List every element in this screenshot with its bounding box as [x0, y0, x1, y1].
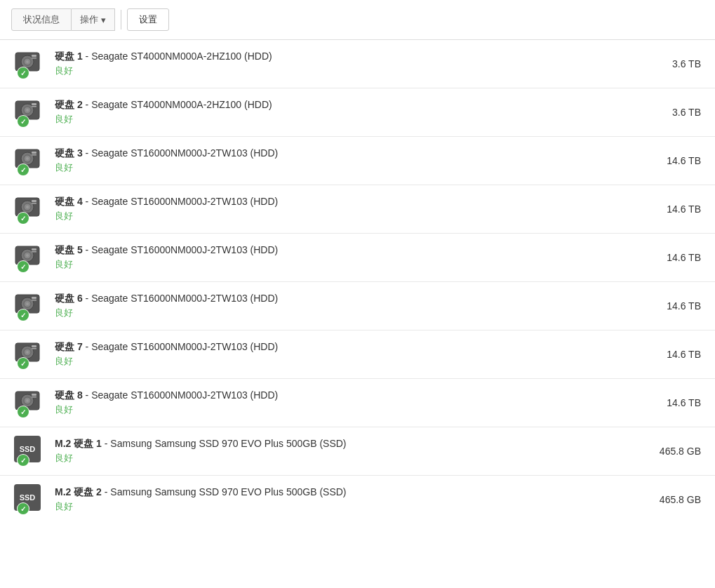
disk-status: 良好: [55, 500, 646, 513]
disk-label: 硬盘 2: [55, 99, 83, 110]
disk-size: 14.6 TB: [653, 300, 701, 312]
disk-name: 硬盘 1 - Seagate ST4000NM000A-2HZ100 (HDD): [55, 51, 658, 63]
status-check: ✓: [17, 212, 29, 225]
svg-rect-17: [32, 154, 36, 156]
check-circle-icon: ✓: [18, 503, 29, 514]
check-circle-icon: ✓: [18, 164, 29, 175]
disk-name: 硬盘 3 - Seagate ST16000NM000J-2TW103 (HDD…: [55, 147, 653, 160]
disk-info: M.2 硬盘 2 - Samsung Samsung SSD 970 EVO P…: [55, 486, 646, 513]
disk-model: Seagate ST16000NM000J-2TW103 (HDD): [91, 341, 278, 352]
svg-rect-22: [32, 200, 36, 202]
svg-point-15: [26, 157, 29, 160]
svg-point-33: [26, 302, 29, 305]
disk-name: M.2 硬盘 2 - Samsung Samsung SSD 970 EVO P…: [55, 486, 646, 499]
status-check: ✓: [17, 357, 29, 370]
check-circle-icon: ✓: [18, 358, 29, 369]
disk-item[interactable]: ✓ 硬盘 4 - Seagate ST16000NM000J-2TW103 (H…: [0, 185, 715, 234]
check-circle-icon: ✓: [18, 67, 29, 79]
dropdown-arrow-icon: ▾: [101, 15, 106, 25]
disk-label: 硬盘 3: [55, 147, 83, 159]
disk-model: Seagate ST16000NM000J-2TW103 (HDD): [91, 196, 278, 207]
disk-icon-wrapper: ✓: [14, 242, 45, 273]
disk-size: 14.6 TB: [653, 155, 701, 166]
check-circle-icon: ✓: [18, 213, 29, 224]
disk-item[interactable]: ✓ 硬盘 7 - Seagate ST16000NM000J-2TW103 (H…: [0, 330, 715, 379]
toolbar: 状况信息 操作 ▾ 设置: [0, 0, 715, 40]
disk-icon-wrapper: ✓: [14, 339, 45, 370]
disk-status: 良好: [55, 210, 653, 222]
disk-size: 14.6 TB: [653, 397, 701, 408]
disk-name: 硬盘 6 - Seagate ST16000NM000J-2TW103 (HDD…: [55, 293, 653, 305]
disk-status: 良好: [55, 258, 653, 271]
disk-name: 硬盘 8 - Seagate ST16000NM000J-2TW103 (HDD…: [55, 389, 653, 402]
status-check: ✓: [17, 502, 29, 515]
svg-rect-47: [32, 396, 36, 398]
disk-label: 硬盘 6: [55, 293, 83, 304]
toolbar-divider: [121, 10, 121, 29]
disk-status: 良好: [55, 403, 653, 416]
disk-info: 硬盘 6 - Seagate ST16000NM000J-2TW103 (HDD…: [55, 293, 653, 319]
disk-label: M.2 硬盘 2: [55, 486, 102, 497]
disk-size: 14.6 TB: [653, 203, 701, 215]
svg-rect-23: [32, 203, 36, 204]
disk-info: 硬盘 3 - Seagate ST16000NM000J-2TW103 (HDD…: [55, 147, 653, 174]
disk-item[interactable]: ✓ 硬盘 6 - Seagate ST16000NM000J-2TW103 (H…: [0, 282, 715, 330]
disk-label: M.2 硬盘 1: [55, 438, 102, 449]
disk-info: 硬盘 7 - Seagate ST16000NM000J-2TW103 (HDD…: [55, 341, 653, 368]
disk-icon-wrapper: ✓: [14, 97, 45, 128]
disk-info: M.2 硬盘 1 - Samsung Samsung SSD 970 EVO P…: [55, 438, 646, 465]
disk-item[interactable]: SSD ✓ M.2 硬盘 2 - Samsung Samsung SSD 970…: [0, 476, 715, 523]
svg-rect-35: [32, 300, 36, 301]
disk-model: Seagate ST16000NM000J-2TW103 (HDD): [91, 389, 278, 401]
check-circle-icon: ✓: [18, 309, 29, 321]
disk-item[interactable]: ✓ 硬盘 2 - Seagate ST4000NM000A-2HZ100 (HD…: [0, 88, 715, 137]
disk-icon-wrapper: ✓: [14, 194, 45, 225]
disk-icon-wrapper: ✓: [14, 48, 45, 79]
disk-name: 硬盘 5 - Seagate ST16000NM000J-2TW103 (HDD…: [55, 244, 653, 257]
disk-size: 14.6 TB: [653, 349, 701, 360]
disk-model: Samsung Samsung SSD 970 EVO Plus 500GB (…: [110, 486, 346, 497]
svg-point-3: [26, 60, 29, 63]
disk-item[interactable]: ✓ 硬盘 1 - Seagate ST4000NM000A-2HZ100 (HD…: [0, 40, 715, 88]
disk-info: 硬盘 8 - Seagate ST16000NM000J-2TW103 (HDD…: [55, 389, 653, 416]
status-check: ✓: [17, 406, 29, 418]
svg-point-45: [26, 399, 29, 402]
svg-rect-34: [32, 297, 36, 299]
disk-status: 良好: [55, 161, 653, 174]
disk-item[interactable]: SSD ✓ M.2 硬盘 1 - Samsung Samsung SSD 970…: [0, 427, 715, 476]
settings-button[interactable]: 设置: [127, 8, 169, 31]
disk-info: 硬盘 1 - Seagate ST4000NM000A-2HZ100 (HDD)…: [55, 51, 658, 77]
svg-rect-5: [32, 58, 36, 59]
disk-label: 硬盘 4: [55, 196, 83, 207]
disk-size: 465.8 GB: [646, 446, 701, 457]
disk-name: 硬盘 2 - Seagate ST4000NM000A-2HZ100 (HDD): [55, 99, 658, 112]
disk-model: Seagate ST16000NM000J-2TW103 (HDD): [91, 147, 278, 159]
disk-model: Seagate ST4000NM000A-2HZ100 (HDD): [91, 99, 272, 110]
disk-item[interactable]: ✓ 硬盘 3 - Seagate ST16000NM000J-2TW103 (H…: [0, 137, 715, 185]
disk-status: 良好: [55, 307, 653, 319]
action-label: 操作: [80, 13, 98, 26]
svg-rect-29: [32, 251, 36, 253]
disk-size: 465.8 GB: [646, 494, 701, 505]
disk-size: 3.6 TB: [658, 107, 701, 118]
svg-rect-46: [32, 394, 36, 396]
action-button[interactable]: 操作 ▾: [72, 8, 115, 31]
disk-name: 硬盘 4 - Seagate ST16000NM000J-2TW103 (HDD…: [55, 196, 653, 208]
svg-point-27: [26, 254, 29, 257]
disk-label: 硬盘 7: [55, 341, 83, 352]
disk-info: 硬盘 2 - Seagate ST4000NM000A-2HZ100 (HDD)…: [55, 99, 658, 126]
disk-label: 硬盘 8: [55, 389, 83, 401]
disk-label: 硬盘 5: [55, 244, 83, 255]
status-check: ✓: [17, 309, 29, 321]
disk-item[interactable]: ✓ 硬盘 5 - Seagate ST16000NM000J-2TW103 (H…: [0, 234, 715, 282]
disk-name: 硬盘 7 - Seagate ST16000NM000J-2TW103 (HDD…: [55, 341, 653, 354]
disk-status: 良好: [55, 452, 646, 465]
status-check: ✓: [17, 454, 29, 467]
disk-item[interactable]: ✓ 硬盘 8 - Seagate ST16000NM000J-2TW103 (H…: [0, 379, 715, 427]
disk-status: 良好: [55, 355, 653, 368]
status-button[interactable]: 状况信息: [11, 8, 72, 31]
disk-size: 14.6 TB: [653, 252, 701, 263]
svg-point-39: [26, 351, 29, 354]
svg-rect-40: [32, 345, 36, 347]
check-circle-icon: ✓: [18, 455, 29, 466]
